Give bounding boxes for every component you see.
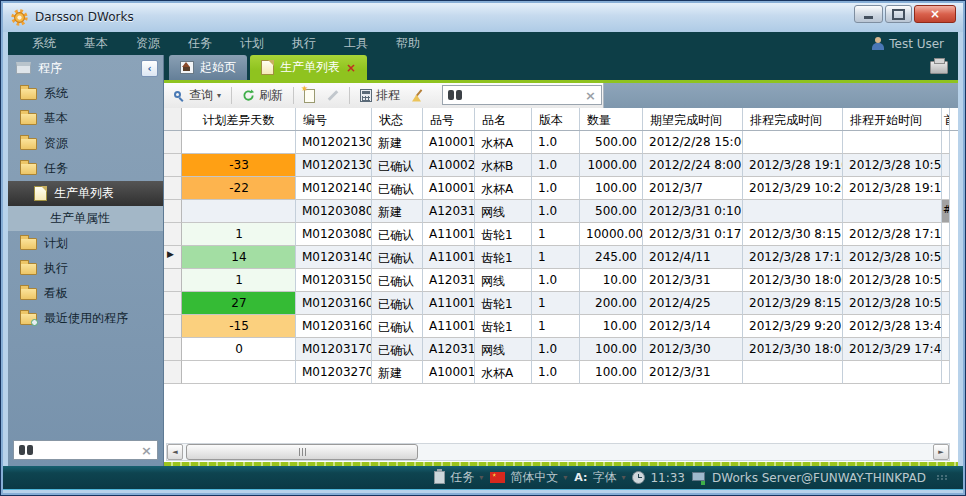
diff-cell: 0 bbox=[182, 338, 296, 361]
overflow-cell: # bbox=[942, 200, 950, 223]
folder-icon bbox=[20, 288, 37, 300]
column-header[interactable]: 排程开始时间 bbox=[843, 108, 942, 130]
font-menu[interactable]: A: 字体 ▾ bbox=[574, 469, 625, 486]
column-header[interactable]: 品名 bbox=[475, 108, 532, 130]
refresh-button[interactable]: 刷新 bbox=[239, 85, 286, 106]
tab-label: 起始页 bbox=[200, 59, 236, 76]
table-cell: M012031501 bbox=[296, 269, 372, 292]
diff-cell bbox=[182, 131, 296, 154]
toolbar-search-input[interactable] bbox=[467, 87, 580, 103]
query-button[interactable]: 查询 ▾ bbox=[170, 85, 224, 106]
scroll-right-button[interactable]: ► bbox=[933, 444, 949, 460]
scroll-left-button[interactable]: ◄ bbox=[167, 444, 183, 460]
menu-item[interactable]: 资源 bbox=[122, 32, 174, 55]
server-icon bbox=[692, 472, 707, 484]
font-label: 字体 bbox=[592, 469, 616, 486]
sidebar-item[interactable]: 计划 bbox=[8, 231, 163, 256]
sidebar-item[interactable]: 基本 bbox=[8, 106, 163, 131]
column-header[interactable]: 计划差异天数 bbox=[182, 108, 296, 130]
row-indicator-cell bbox=[164, 315, 182, 338]
column-header[interactable]: 状态 bbox=[372, 108, 423, 130]
clock-icon bbox=[632, 471, 645, 484]
row-indicator-cell bbox=[164, 200, 182, 223]
sidebar-search-input[interactable] bbox=[38, 442, 136, 458]
table-row[interactable]: -33M012021302已确认A10002水杯B1.01000.002012/… bbox=[164, 154, 958, 177]
table-row[interactable]: M012032701新建A10001水杯A1.0100.002012/3/31 bbox=[164, 361, 958, 384]
resize-grip[interactable] bbox=[937, 475, 948, 480]
table-cell: A11001 bbox=[423, 246, 475, 269]
table-row[interactable]: -15M012031602已确认A11001齿轮1110.002012/3/14… bbox=[164, 315, 958, 338]
table-cell: 水杯B bbox=[475, 154, 532, 177]
sidebar-item-label: 资源 bbox=[44, 135, 68, 152]
schedule-label: 排程 bbox=[376, 87, 400, 104]
printer-icon[interactable] bbox=[930, 61, 948, 74]
table-cell: 2012/3/28 19:10 bbox=[843, 177, 942, 200]
sidebar: 程序 ‹ 系统基本资源任务生产单列表生产单属性计划执行看板最近使用的程序 × bbox=[8, 55, 164, 466]
sidebar-item[interactable]: 看板 bbox=[8, 281, 163, 306]
column-header[interactable]: 排程完成时间 bbox=[743, 108, 843, 130]
column-header[interactable]: 版本 bbox=[532, 108, 580, 130]
schedule-button[interactable]: 排程 bbox=[357, 85, 403, 106]
task-menu[interactable]: 任务 ▾ bbox=[434, 469, 483, 486]
collapse-sidebar-button[interactable]: ‹ bbox=[141, 60, 158, 77]
table-cell: 2012/2/24 8:00 bbox=[643, 154, 743, 177]
new-button[interactable] bbox=[301, 87, 318, 105]
tab[interactable]: 起始页 bbox=[169, 55, 247, 80]
sidebar-item[interactable]: 任务 bbox=[8, 156, 163, 181]
close-button[interactable]: × bbox=[914, 5, 956, 23]
table-row[interactable]: ▶14M012031402已确认A11001齿轮11245.002012/4/1… bbox=[164, 246, 958, 269]
menu-item[interactable]: 任务 bbox=[174, 32, 226, 55]
column-header[interactable]: 编号 bbox=[296, 108, 372, 130]
table-row[interactable]: -22M012021401已确认A10001水杯A1.0100.002012/3… bbox=[164, 177, 958, 200]
menu-item[interactable]: 执行 bbox=[278, 32, 330, 55]
overflow-cell bbox=[942, 338, 950, 361]
column-header[interactable]: 品号 bbox=[423, 108, 475, 130]
maximize-button[interactable] bbox=[885, 5, 912, 23]
table-row[interactable]: 0M012031701已确认A12031网线1.0100.002012/3/30… bbox=[164, 338, 958, 361]
menu-item[interactable]: 帮助 bbox=[382, 32, 434, 55]
table-cell: 100.00 bbox=[580, 177, 643, 200]
table-row[interactable]: 27M012031601已确认A11001齿轮11200.002012/4/25… bbox=[164, 292, 958, 315]
table-cell: 2012/3/30 8:15 bbox=[743, 223, 843, 246]
sidebar-item[interactable]: 生产单列表 bbox=[8, 181, 163, 206]
table-cell: 2012/3/31 bbox=[643, 269, 743, 292]
table-row[interactable]: 1M012030802已确认A11001齿轮1110000.002012/3/3… bbox=[164, 223, 958, 246]
column-header[interactable]: 数量 bbox=[580, 108, 643, 130]
language-menu[interactable]: 简体中文 ▾ bbox=[490, 469, 567, 486]
minimize-button[interactable] bbox=[854, 5, 883, 23]
table-cell: 2012/3/7 bbox=[643, 177, 743, 200]
sidebar-item[interactable]: 执行 bbox=[8, 256, 163, 281]
clear-search-icon[interactable]: × bbox=[141, 444, 152, 457]
menu-item[interactable]: 系统 bbox=[18, 32, 70, 55]
sidebar-item[interactable]: 最近使用的程序 bbox=[8, 306, 163, 331]
tab-active[interactable]: 生产单列表× bbox=[250, 55, 367, 80]
table-cell: 新建 bbox=[372, 361, 423, 384]
table-row[interactable]: 1M012031501已确认A12031网线1.010.002012/3/312… bbox=[164, 269, 958, 292]
table-cell: M012031601 bbox=[296, 292, 372, 315]
menu-item[interactable]: 工具 bbox=[330, 32, 382, 55]
table-row[interactable]: M012021301新建A10001水杯A1.0500.002012/2/28 … bbox=[164, 131, 958, 154]
table-cell: 200.00 bbox=[580, 292, 643, 315]
clear-search-icon[interactable]: × bbox=[585, 89, 596, 102]
table-cell: 2012/3/30 18:00 bbox=[743, 338, 843, 361]
clean-button[interactable] bbox=[408, 87, 428, 105]
column-header[interactable]: 期望完成时间 bbox=[643, 108, 743, 130]
scrollbar-thumb[interactable] bbox=[186, 444, 418, 460]
table-cell: 已确认 bbox=[372, 223, 423, 246]
row-indicator-cell bbox=[164, 154, 182, 177]
table-cell: 1.0 bbox=[532, 269, 580, 292]
table-cell: M012021301 bbox=[296, 131, 372, 154]
status-bar: 任务 ▾ 简体中文 ▾ A: 字体 ▾ 11:33 DWorks Server@… bbox=[2, 466, 964, 489]
edit-button[interactable] bbox=[323, 87, 342, 104]
sidebar-item[interactable]: 生产单属性 bbox=[8, 206, 163, 231]
diff-cell bbox=[182, 200, 296, 223]
menu-item[interactable]: 计划 bbox=[226, 32, 278, 55]
user-indicator[interactable]: Test User bbox=[872, 37, 948, 51]
menu-item[interactable]: 基本 bbox=[70, 32, 122, 55]
close-tab-icon[interactable]: × bbox=[346, 62, 356, 74]
table-row[interactable]: M012030801新建A12031网线1.0500.002012/3/31 0… bbox=[164, 200, 958, 223]
sidebar-item[interactable]: 系统 bbox=[8, 81, 163, 106]
sidebar-item-label: 任务 bbox=[44, 160, 68, 177]
overflow-cell bbox=[942, 131, 950, 154]
sidebar-item[interactable]: 资源 bbox=[8, 131, 163, 156]
